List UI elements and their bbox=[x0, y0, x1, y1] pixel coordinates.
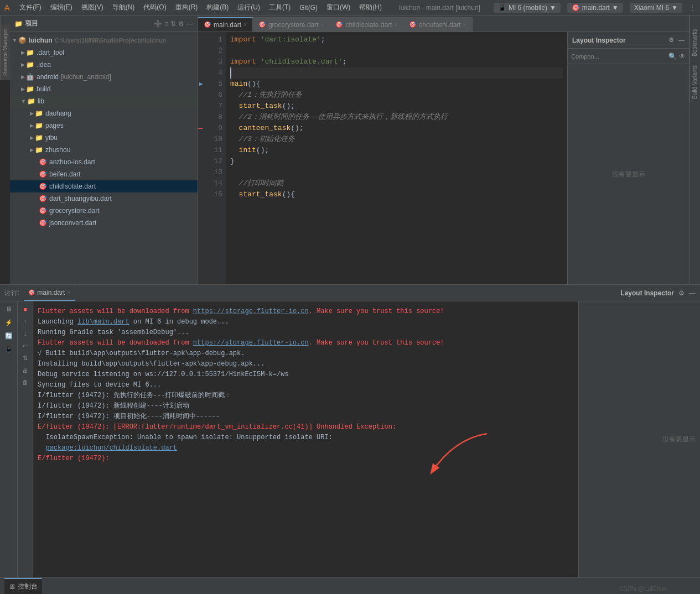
tree-lib[interactable]: ▼ 📁 lib bbox=[10, 95, 198, 107]
tree-grocery[interactable]: 🎯 grocerystore.dart bbox=[10, 205, 198, 217]
layout-inspector-header: Layout Inspector ⚙ — bbox=[568, 32, 689, 49]
comment-8: //2：消耗时间的任务--使用异步方式来执行，新线程的方式执行 bbox=[230, 112, 448, 123]
device-selector[interactable]: 📱 MI 6 (mobile) ▼ bbox=[494, 3, 561, 13]
idea-arrow: ▶ bbox=[21, 62, 25, 67]
tab-shoufashi[interactable]: 🎯 shoufashi.dart × bbox=[403, 17, 472, 32]
menu-window[interactable]: 窗口(W) bbox=[323, 2, 354, 13]
str-1: 'dart:isolate' bbox=[261, 34, 321, 45]
console-tab-button[interactable]: 🖥 bbox=[3, 304, 14, 315]
menu-run[interactable]: 运行(U) bbox=[234, 2, 263, 13]
tree-dartshuang[interactable]: 🎯 dart_shuangyibu.dart bbox=[10, 192, 198, 205]
print-button[interactable]: 🖨 bbox=[20, 364, 31, 376]
device2-selector[interactable]: Xiaomi MI 6 ▼ bbox=[630, 3, 682, 13]
comment-10: //3：初始化任务 bbox=[230, 134, 295, 145]
menu-build[interactable]: 构建(B) bbox=[203, 2, 232, 13]
code-line-11: init (); bbox=[230, 145, 563, 156]
sidebar-label-build[interactable]: Build Variants bbox=[689, 61, 699, 103]
sidebar-label-structure[interactable]: 结构 bbox=[689, 15, 699, 24]
gear-icon[interactable]: ⚙ bbox=[178, 20, 184, 28]
tree-childisolate[interactable]: 🎯 childIsolate.dart bbox=[10, 180, 198, 192]
menu-file[interactable]: 文件(F) bbox=[16, 2, 44, 13]
sidebar-label-favorites[interactable]: 拉取请求 bbox=[0, 15, 10, 24]
tab-grocery-close[interactable]: × bbox=[321, 22, 324, 28]
menu-refactor[interactable]: 重构(R) bbox=[172, 2, 201, 13]
console-tab-active[interactable]: 🖥 控制台 bbox=[4, 578, 42, 594]
menu-git[interactable]: Git(G) bbox=[296, 3, 321, 13]
console-icon-reload[interactable]: 🔄 bbox=[3, 330, 14, 341]
tree-pages[interactable]: ▶ 📁 pages bbox=[10, 119, 198, 132]
wrap-button[interactable]: ↩ bbox=[20, 340, 31, 351]
code-line-4 bbox=[230, 67, 563, 79]
run-tab-main[interactable]: 🎯 main.dart × bbox=[24, 285, 75, 301]
sort-icon[interactable]: ≡ bbox=[164, 20, 168, 28]
root-icon: 📦 bbox=[18, 37, 27, 44]
tree-yibu[interactable]: ▶ 📁 yibu bbox=[10, 132, 198, 144]
gutter-12: 12 bbox=[198, 156, 226, 167]
brace-close: } bbox=[230, 156, 235, 167]
menu-edit[interactable]: 编辑(E) bbox=[47, 2, 76, 13]
gear-icon-right[interactable]: ⚙ bbox=[668, 37, 674, 44]
menu-tools[interactable]: 工具(T) bbox=[266, 2, 294, 13]
code-content[interactable]: import 'dart:isolate' ; import 'childIso… bbox=[226, 32, 567, 284]
console-icon-device[interactable]: 📱 bbox=[3, 343, 14, 355]
lib-name: lib bbox=[38, 97, 44, 105]
code-line-9: canteen_task (); bbox=[230, 123, 563, 134]
tree-beifen[interactable]: 🎯 beifen.dart bbox=[10, 168, 198, 180]
sidebar-label-resource[interactable]: Resource Manager bbox=[0, 24, 10, 80]
tree-zhushou[interactable]: ▶ 📁 zhushou bbox=[10, 144, 198, 156]
idea-name: .idea bbox=[37, 61, 51, 69]
tree-daohang[interactable]: ▶ 📁 daohang bbox=[10, 107, 198, 119]
jsonconvert-name: jsonconvert.dart bbox=[49, 219, 96, 227]
console-icon-lightning[interactable]: ⚡ bbox=[3, 317, 14, 328]
menu-view[interactable]: 视图(V) bbox=[78, 2, 107, 13]
tree-idea[interactable]: ▶ 📁 .idea bbox=[10, 59, 198, 71]
tab-main-dart[interactable]: 🎯 main.dart × bbox=[198, 17, 253, 32]
stop-button[interactable]: ■ bbox=[20, 304, 31, 315]
tree-build[interactable]: ▶ 📁 build bbox=[10, 83, 198, 95]
tab-grocery[interactable]: 🎯 grocerystore.dart × bbox=[253, 17, 330, 32]
scroll-up-button[interactable]: ↑ bbox=[20, 316, 31, 327]
tab-child-close[interactable]: × bbox=[394, 22, 397, 28]
no-content-text: 没有要显示 bbox=[662, 435, 696, 444]
flutter-link-2[interactable]: https://storage.flutter-io.cn bbox=[193, 339, 309, 347]
flutter-link-1[interactable]: https://storage.flutter-io.cn bbox=[193, 308, 309, 315]
tab-main-label: main.dart bbox=[214, 21, 241, 29]
trash-button[interactable]: 🗑 bbox=[20, 377, 31, 388]
sort2-icon[interactable]: ⇅ bbox=[170, 20, 176, 28]
run-tab-close[interactable]: × bbox=[67, 289, 70, 295]
tree-anzhuo[interactable]: 🎯 anzhuo-ios.dart bbox=[10, 156, 198, 168]
minimize-icon[interactable]: — bbox=[186, 20, 193, 28]
console-line-12: E/flutter (19472): [ERROR:flutter/runtim… bbox=[38, 422, 574, 432]
scroll-down-button[interactable]: ↓ bbox=[20, 328, 31, 339]
sidebar-label-bookmarks[interactable]: Bookmarks bbox=[689, 24, 699, 61]
minimize-icon-bottom[interactable]: — bbox=[689, 289, 696, 297]
tree-dart-tool[interactable]: ▶ 📁 .dart_tool bbox=[10, 46, 198, 59]
linenum-13: 13 bbox=[214, 167, 222, 178]
menu-code[interactable]: 代码(O) bbox=[140, 2, 169, 13]
more-icon: ⋮ bbox=[689, 4, 696, 12]
red-mark-9: — bbox=[198, 123, 203, 134]
menu-navigate[interactable]: 导航(N) bbox=[109, 2, 138, 13]
tree-android[interactable]: ▶ 🤖 android [luichun_android] bbox=[10, 71, 198, 83]
package-link[interactable]: package:luichun/childIsolate.dart bbox=[45, 444, 177, 452]
console-output[interactable]: Flutter assets will be downloaded from h… bbox=[33, 301, 578, 577]
tab-main-close[interactable]: × bbox=[243, 22, 247, 28]
search-icon-right[interactable]: 🔍 bbox=[668, 53, 677, 60]
eye-icon-right[interactable]: 👁 bbox=[679, 53, 686, 60]
menu-help[interactable]: 帮助(H) bbox=[356, 2, 385, 13]
minimize-icon-right[interactable]: — bbox=[678, 37, 685, 44]
code-line-3: import 'childIsolate.dart' ; bbox=[230, 56, 563, 67]
linenum-8: 8 bbox=[218, 112, 222, 123]
childisolate-name: childIsolate.dart bbox=[49, 183, 96, 190]
tab-shou-close[interactable]: × bbox=[463, 22, 466, 28]
main-dart-link[interactable]: lib\main.dart bbox=[77, 318, 129, 326]
tree-root[interactable]: ▼ 📦 luichun C:\Users\18898\StudioProject… bbox=[10, 34, 198, 46]
editor-area[interactable]: 1 2 3 4 ▶ 5 6 7 8 — bbox=[198, 32, 567, 284]
run-config-selector[interactable]: 🎯 main.dart ▼ bbox=[567, 3, 623, 13]
gear-icon-bottom[interactable]: ⚙ bbox=[678, 289, 685, 297]
tree-jsonconvert[interactable]: 🎯 jsonconvert.dart bbox=[10, 217, 198, 229]
console-line-10: I/flutter (19472): 新线程创建----计划启动 bbox=[38, 401, 574, 411]
wrap2-button[interactable]: ⇅ bbox=[20, 352, 31, 363]
tab-child[interactable]: 🎯 childIsolate.dart × bbox=[330, 17, 403, 32]
add-icon[interactable]: ➕ bbox=[154, 20, 162, 28]
